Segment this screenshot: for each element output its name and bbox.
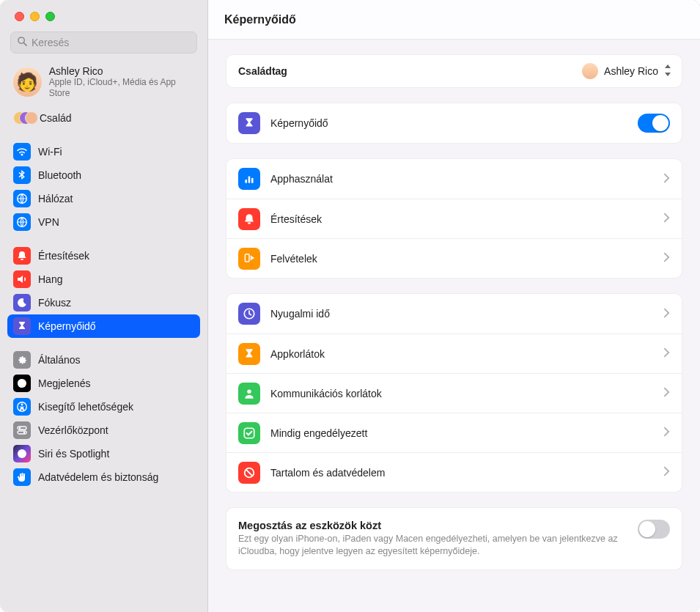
family-member-panel: Családtag Ashley Rico (226, 54, 682, 88)
chevron-right-icon (663, 347, 670, 360)
page-title: Képernyőidő (208, 0, 700, 40)
row-label: Értesítések (270, 213, 653, 225)
row-label: Appkorlátok (270, 348, 653, 360)
sidebar-item-fókusz[interactable]: Fókusz (7, 291, 200, 314)
account-name: Ashley Rico (49, 65, 194, 77)
pickup-icon (238, 248, 260, 270)
usage-row-0[interactable]: Apphasználat (226, 159, 682, 199)
sidebar-account[interactable]: 🧑 Ashley Rico Apple ID, iCloud+, Média é… (7, 61, 200, 106)
share-toggle[interactable] (638, 520, 670, 539)
screentime-toggle-panel: Képernyőidő (226, 103, 682, 144)
sidebar-item-kisegítő-lehetőségek[interactable]: Kisegítő lehetőségek (7, 395, 200, 419)
sidebar-list: 🧑 Ashley Rico Apple ID, iCloud+, Média é… (0, 61, 207, 612)
sidebar-item-képernyőidő[interactable]: Képernyőidő (7, 314, 200, 338)
barchart-icon (238, 168, 260, 190)
family-member-row: Családtag Ashley Rico (226, 55, 682, 87)
family-member-picker[interactable]: Ashley Rico (582, 63, 671, 79)
screentime-toggle[interactable] (638, 114, 670, 133)
sidebar-item-label: Általános (38, 354, 81, 366)
row-label: Tartalom és adatvédelem (270, 467, 653, 479)
share-subtitle: Ezt egy olyan iPhone-on, iPaden vagy Mac… (238, 533, 627, 558)
sidebar-item-bluetooth[interactable]: Bluetooth (7, 163, 200, 187)
accessibility-icon (13, 398, 31, 416)
wifi-icon (13, 143, 31, 161)
check-icon (238, 422, 260, 444)
sidebar-item-label: Értesítések (38, 250, 89, 262)
sidebar-item-label: Siri és Spotlight (38, 448, 109, 460)
account-subtitle: Apple ID, iCloud+, Média és App Store (49, 77, 194, 99)
row-label: Felvételek (270, 253, 653, 265)
sidebar-item-label: Család (40, 112, 72, 124)
zoom-window-button[interactable] (45, 12, 55, 21)
sound-icon (13, 270, 31, 288)
chevron-right-icon (663, 173, 670, 185)
sidebar-item-label: Vezérlőközpont (38, 424, 108, 436)
sidebar-item-siri-és-spotlight[interactable]: Siri és Spotlight (7, 442, 200, 465)
row-label: Mindig engedélyezett (270, 427, 653, 439)
search-icon (17, 36, 32, 50)
chevron-right-icon (663, 252, 670, 265)
hand-icon (13, 468, 31, 486)
moon-icon (13, 294, 31, 311)
share-title: Megosztás az eszközök közt (238, 520, 627, 531)
usage-row-2[interactable]: Felvételek (226, 238, 682, 278)
limits-row-2[interactable]: Kommunikációs korlátok (226, 373, 682, 413)
sidebar-item-label: Képernyőidő (38, 320, 96, 332)
limits-row-1[interactable]: Appkorlátok (226, 333, 682, 373)
sidebar-item-hang[interactable]: Hang (7, 268, 200, 291)
usage-row-1[interactable]: Értesítések (226, 199, 682, 238)
limits-panel: Nyugalmi időAppkorlátokKommunikációs kor… (226, 293, 682, 493)
limits-row-3[interactable]: Mindig engedélyezett (226, 413, 682, 452)
hourglass-icon (13, 317, 31, 335)
sidebar-item-általános[interactable]: Általános (7, 348, 200, 372)
family-member-avatar (582, 63, 598, 79)
screentime-toggle-label: Képernyőidő (270, 117, 627, 129)
sidebar-item-label: Wi-Fi (38, 146, 62, 158)
sidebar-item-family[interactable]: Család (7, 106, 200, 130)
sidebar-item-vpn[interactable]: VPN (7, 210, 200, 234)
minimize-window-button[interactable] (30, 12, 40, 21)
sidebar-item-vezérlőközpont[interactable]: Vezérlőközpont (7, 419, 200, 442)
sidebar-item-megjelenés[interactable]: Megjelenés (7, 372, 200, 395)
sidebar-item-értesítések[interactable]: Értesítések (7, 244, 200, 268)
search-input[interactable] (32, 37, 191, 48)
sidebar-item-adatvédelem-és-biztonság[interactable]: Adatvédelem és biztonság (7, 465, 200, 489)
family-avatar-icon (13, 110, 32, 126)
nosign-icon (238, 462, 260, 484)
sidebar-item-label: VPN (38, 216, 59, 228)
bell-icon (13, 247, 31, 265)
sidebar-item-label: Hang (38, 273, 62, 285)
globe-icon (13, 213, 31, 231)
sidebar-item-label: Bluetooth (38, 169, 81, 181)
family-member-selected: Ashley Rico (604, 65, 658, 77)
gear-icon (13, 351, 31, 369)
clock-icon (238, 303, 260, 325)
appearance-icon (13, 375, 31, 392)
sidebar-item-label: Adatvédelem és biztonság (38, 471, 158, 483)
row-label: Kommunikációs korlátok (270, 388, 653, 399)
main-panel: Képernyőidő Családtag Ashley Rico (208, 0, 700, 612)
dropdown-updown-icon (664, 64, 671, 78)
row-label: Nyugalmi idő (270, 308, 653, 320)
sidebar-item-label: Hálózat (38, 193, 73, 204)
chevron-right-icon (663, 427, 670, 439)
sidebar-item-hálózat[interactable]: Hálózat (7, 187, 200, 210)
share-row: Megosztás az eszközök közt Ezt egy olyan… (226, 508, 682, 569)
hourglass-icon (238, 112, 260, 134)
switches-icon (13, 421, 31, 439)
bluetooth-icon (13, 166, 31, 184)
bell-icon (238, 208, 260, 230)
chevron-right-icon (663, 387, 670, 399)
settings-window: 🧑 Ashley Rico Apple ID, iCloud+, Média é… (0, 0, 700, 612)
sidebar-item-wi-fi[interactable]: Wi-Fi (7, 140, 200, 163)
sidebar: 🧑 Ashley Rico Apple ID, iCloud+, Média é… (0, 0, 208, 612)
siri-icon (13, 445, 31, 462)
limits-row-4[interactable]: Tartalom és adatvédelem (226, 452, 682, 492)
search-field[interactable] (10, 32, 197, 54)
sidebar-item-label: Megjelenés (38, 377, 91, 389)
chevron-right-icon (663, 466, 670, 479)
sidebar-item-label: Fókusz (38, 297, 71, 309)
close-window-button[interactable] (15, 12, 24, 21)
limits-row-0[interactable]: Nyugalmi idő (226, 294, 682, 333)
content-scroll[interactable]: Családtag Ashley Rico (208, 40, 700, 612)
